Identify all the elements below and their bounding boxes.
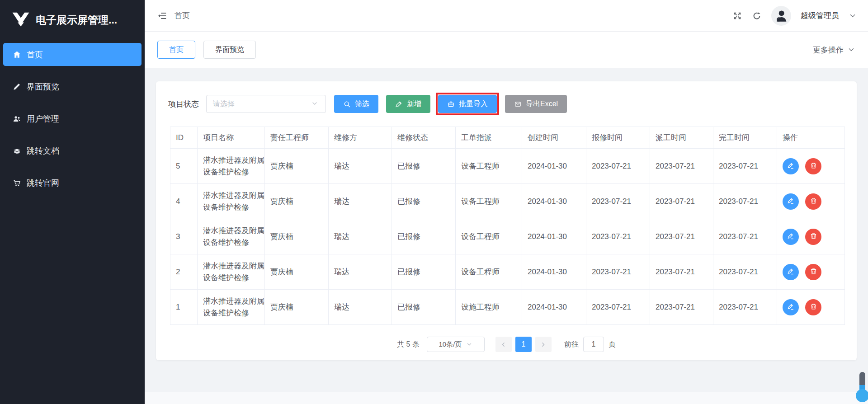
table-cell: 2023-07-21 (650, 149, 713, 184)
sidebar-item-label: 用户管理 (27, 113, 59, 124)
suitcase-icon (447, 100, 455, 108)
table-cell: 已报修 (392, 149, 456, 184)
delete-row-button[interactable] (805, 193, 821, 210)
select-chevron-down-icon (311, 100, 319, 108)
table-cell-actions (777, 184, 845, 219)
next-page-button[interactable] (535, 337, 552, 352)
column-header: 工单指派 (456, 127, 522, 149)
fullscreen-icon[interactable] (732, 11, 742, 21)
table-cell: 3 (170, 219, 198, 254)
sidebar-toggle-icon[interactable] (157, 11, 167, 21)
project-status-select[interactable]: 请选择 (206, 95, 326, 113)
table-cell: 1 (170, 290, 198, 325)
prev-page-button[interactable] (495, 337, 512, 352)
delete-row-button[interactable] (805, 299, 821, 315)
table-cell: 2024-01-30 (522, 254, 586, 290)
delete-row-button[interactable] (805, 158, 821, 174)
table-cell: 2024-01-30 (522, 149, 586, 184)
table-cell: 2023-07-21 (650, 184, 713, 219)
trash-icon (810, 197, 817, 206)
table-cell: 瑞达 (329, 219, 392, 254)
table-cell: 设备工程师 (456, 254, 522, 290)
select-placeholder: 请选择 (213, 99, 235, 109)
trash-icon (810, 162, 817, 171)
table-cell: 已报修 (392, 254, 456, 290)
page-size-select[interactable]: 10条/页 (427, 337, 485, 352)
table-cell: 2023-07-21 (586, 219, 650, 254)
table-cell: 已报修 (392, 219, 456, 254)
logo-icon (12, 12, 30, 28)
table-cell: 2023-07-21 (586, 254, 650, 290)
delete-row-button[interactable] (805, 264, 821, 280)
logo-row: 电子展示屏管理... (0, 0, 145, 28)
table-cell: 贾庆楠 (265, 290, 329, 325)
table-cell: 2023-07-21 (713, 219, 777, 254)
table-cell: 2023-07-21 (713, 184, 777, 219)
user-chevron-down-icon[interactable] (849, 12, 857, 20)
tab-preview[interactable]: 界面预览 (203, 41, 256, 59)
sidebar-item-label: 界面预览 (27, 81, 59, 92)
sidebar-item-1[interactable]: 界面预览 (3, 75, 142, 98)
table-cell-actions (777, 290, 845, 325)
column-header: ID (170, 127, 198, 149)
edit-row-button[interactable] (783, 299, 799, 315)
project-status-label: 项目状态 (168, 99, 199, 109)
current-page-button[interactable]: 1 (515, 337, 532, 352)
add-button[interactable]: 新增 (386, 95, 430, 113)
column-header: 维修方 (329, 127, 392, 149)
table-cell: 潜水推进器及附属设备维护检修 (198, 184, 265, 219)
table-cell: 2023-07-21 (713, 149, 777, 184)
users-icon (13, 114, 21, 123)
table-cell: 2023-07-21 (586, 184, 650, 219)
page-size-chevron-down-icon (466, 341, 472, 348)
scroll-thermometer-widget[interactable] (859, 372, 865, 397)
username[interactable]: 超级管理员 (801, 10, 839, 21)
breadcrumb: 首页 (175, 10, 190, 21)
table-cell: 2023-07-21 (586, 290, 650, 325)
edit-row-button[interactable] (783, 193, 799, 210)
mail-icon (514, 100, 522, 108)
page-unit-label: 页 (609, 340, 616, 349)
sidebar-item-0[interactable]: 首页 (3, 43, 142, 66)
sidebar-item-2[interactable]: 用户管理 (3, 107, 142, 130)
filter-button[interactable]: 筛选 (334, 95, 378, 113)
page: 电子展示屏管理... 首页界面预览用户管理跳转文档跳转官网 首页 (0, 0, 868, 404)
edit-icon (787, 197, 795, 206)
more-actions-label: 更多操作 (813, 45, 844, 55)
table-header-row: ID项目名称责任工程师维修方维修状态工单指派创建时间报修时间派工时间完工时间操作 (170, 127, 845, 149)
batch-import-button[interactable]: 批量导入 (438, 95, 497, 113)
sidebar-item-label: 跳转文档 (27, 146, 59, 156)
delete-row-button[interactable] (805, 229, 821, 245)
table-cell: 2023-07-21 (586, 149, 650, 184)
column-header: 报修时间 (586, 127, 650, 149)
edit-row-button[interactable] (783, 264, 799, 280)
column-header: 派工时间 (650, 127, 713, 149)
table-row: 2潜水推进器及附属设备维护检修贾庆楠瑞达已报修设备工程师2024-01-3020… (170, 254, 845, 290)
more-actions[interactable]: 更多操作 (813, 45, 855, 55)
table-cell: 2023-07-21 (650, 254, 713, 290)
sidebar-item-3[interactable]: 跳转文档 (3, 139, 142, 162)
edit-icon (787, 162, 795, 171)
chevron-left-icon (500, 341, 507, 348)
sidebar-item-4[interactable]: 跳转官网 (3, 171, 142, 194)
avatar[interactable] (771, 6, 791, 26)
column-header: 完工时间 (713, 127, 777, 149)
table-cell-actions (777, 254, 845, 290)
table-cell: 2023-07-21 (713, 254, 777, 290)
edit-row-button[interactable] (783, 229, 799, 245)
table-cell: 2023-07-21 (713, 290, 777, 325)
sidebar-menu: 首页界面预览用户管理跳转文档跳转官网 (0, 43, 145, 194)
refresh-icon[interactable] (752, 11, 762, 21)
edit-icon (787, 303, 795, 312)
table-cell: 瑞达 (329, 254, 392, 290)
goto-page-input[interactable] (583, 337, 604, 352)
column-header: 操作 (777, 127, 845, 149)
edit-row-button[interactable] (783, 158, 799, 174)
export-excel-button[interactable]: 导出Excel (505, 95, 567, 113)
main-area: 首页 (145, 0, 868, 404)
table-cell-actions (777, 219, 845, 254)
tab-home[interactable]: 首页 (157, 41, 195, 59)
filter-row: 项目状态 请选择 筛选 新增 (156, 81, 857, 115)
cart-icon (13, 179, 21, 187)
table-cell: 已报修 (392, 184, 456, 219)
